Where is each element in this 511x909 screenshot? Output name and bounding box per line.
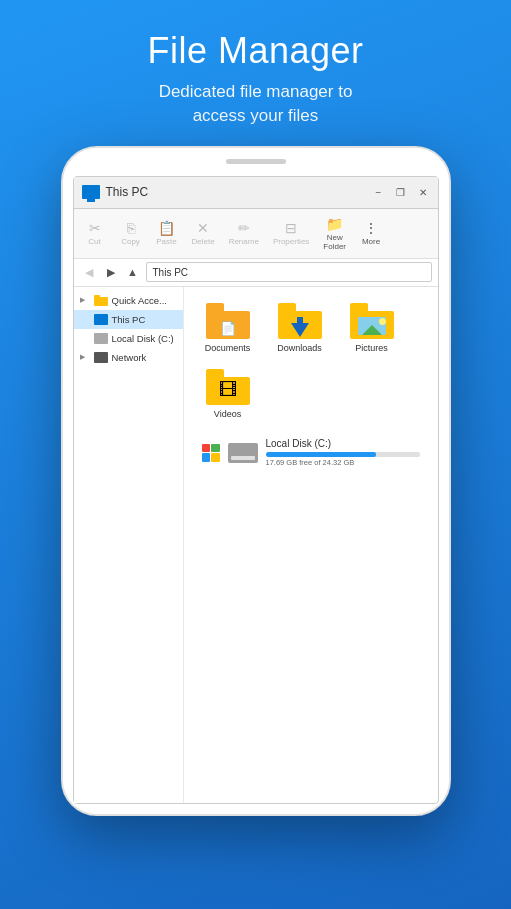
- nav-bar: ◀ ▶ ▲ This PC: [74, 259, 438, 287]
- sidebar-item-network[interactable]: ▶ Network: [74, 348, 183, 367]
- window-title: This PC: [106, 185, 366, 199]
- downloads-folder-icon: [278, 303, 322, 339]
- cut-button[interactable]: ✂ Cut: [78, 216, 112, 250]
- app-subtitle: Dedicated file manager toaccess your fil…: [147, 80, 363, 128]
- arrow-down-icon: [291, 323, 309, 337]
- list-item[interactable]: 📄 Documents: [194, 297, 262, 360]
- expand-icon: ▶: [80, 296, 90, 304]
- documents-label: Documents: [205, 343, 251, 354]
- app-title: File Manager: [147, 30, 363, 72]
- rename-label: Rename: [229, 237, 259, 246]
- address-text: This PC: [153, 267, 189, 278]
- cut-label: Cut: [88, 237, 100, 246]
- main-content: ▶ Quick Acce... This PC: [74, 287, 438, 803]
- explorer-window: This PC − ❐ ✕ ✂ Cut ⎘ Copy 📋: [73, 176, 439, 804]
- up-button[interactable]: ▲: [124, 263, 142, 281]
- paste-icon: 📋: [158, 220, 175, 236]
- more-icon: ⋮: [364, 220, 378, 236]
- windows-logo-q3: [202, 453, 211, 462]
- list-item[interactable]: Downloads: [266, 297, 334, 360]
- pictures-folder-icon: [350, 303, 394, 339]
- copy-button[interactable]: ⎘ Copy: [114, 216, 148, 250]
- drive-item[interactable]: Local Disk (C:) 17.69 GB free of 24.32 G…: [194, 432, 428, 473]
- disk-name: Local Disk (C:): [266, 438, 420, 449]
- monitor-icon: [82, 185, 100, 199]
- windows-logo-q1: [202, 444, 211, 453]
- delete-button[interactable]: ✕ Delete: [186, 216, 221, 250]
- phone-top-bar: [63, 148, 449, 176]
- disk-size-info: 17.69 GB free of 24.32 GB: [266, 458, 420, 467]
- toolbar: ✂ Cut ⎘ Copy 📋 Paste ✕ Delete ✏ Renam: [74, 209, 438, 259]
- close-button[interactable]: ✕: [416, 185, 430, 199]
- phone-frame: This PC − ❐ ✕ ✂ Cut ⎘ Copy 📋: [61, 146, 451, 816]
- copy-icon: ⎘: [127, 220, 135, 236]
- delete-icon: ✕: [197, 220, 209, 236]
- minimize-button[interactable]: −: [372, 185, 386, 199]
- sidebar-item-local-disk[interactable]: Local Disk (C:): [74, 329, 183, 348]
- disk-icon-area: [202, 444, 220, 462]
- pc-icon: [94, 314, 108, 325]
- rename-icon: ✏: [238, 220, 250, 236]
- rename-button[interactable]: ✏ Rename: [223, 216, 265, 250]
- copy-label: Copy: [121, 237, 140, 246]
- more-button[interactable]: ⋮ More: [354, 216, 388, 250]
- forward-button[interactable]: ▶: [102, 263, 120, 281]
- videos-folder-icon: 🎞: [206, 369, 250, 405]
- disk-drive-graphic: [228, 443, 258, 463]
- windows-logo-q2: [211, 444, 220, 453]
- sidebar-label-network: Network: [112, 352, 147, 363]
- address-bar[interactable]: This PC: [146, 262, 432, 282]
- downloads-label: Downloads: [277, 343, 322, 354]
- sidebar-label-quick-access: Quick Acce...: [112, 295, 167, 306]
- new-folder-button[interactable]: 📁 NewFolder: [317, 212, 352, 255]
- paste-label: Paste: [156, 237, 176, 246]
- new-folder-icon: 📁: [326, 216, 343, 232]
- restore-button[interactable]: ❐: [394, 185, 408, 199]
- video-icon-overlay: 🎞: [219, 380, 237, 401]
- title-bar-controls: − ❐ ✕: [372, 185, 430, 199]
- phone-inner: This PC − ❐ ✕ ✂ Cut ⎘ Copy 📋: [63, 148, 449, 814]
- phone-speaker: [226, 159, 286, 164]
- documents-icon-overlay: 📄: [220, 321, 236, 336]
- sidebar: ▶ Quick Acce... This PC: [74, 287, 184, 803]
- properties-button[interactable]: ⊟ Properties: [267, 216, 315, 250]
- file-area: 📄 Documents Downlo: [184, 287, 438, 803]
- folder-icon: [94, 295, 108, 306]
- title-bar: This PC − ❐ ✕: [74, 177, 438, 209]
- cut-icon: ✂: [89, 220, 101, 236]
- disk-icon: [94, 333, 108, 344]
- windows-logo: [202, 444, 220, 462]
- delete-label: Delete: [192, 237, 215, 246]
- back-button[interactable]: ◀: [80, 263, 98, 281]
- documents-folder-icon: 📄: [206, 303, 250, 339]
- sidebar-label-local-disk: Local Disk (C:): [112, 333, 174, 344]
- new-folder-label: NewFolder: [323, 233, 346, 251]
- properties-icon: ⊟: [285, 220, 297, 236]
- network-icon: [94, 352, 108, 363]
- sidebar-item-quick-access[interactable]: ▶ Quick Acce...: [74, 291, 183, 310]
- more-label: More: [362, 237, 380, 246]
- header-section: File Manager Dedicated file manager toac…: [127, 0, 383, 146]
- sidebar-label-this-pc: This PC: [112, 314, 146, 325]
- properties-label: Properties: [273, 237, 309, 246]
- videos-label: Videos: [214, 409, 241, 420]
- list-item[interactable]: Pictures: [338, 297, 406, 360]
- windows-logo-q4: [211, 453, 220, 462]
- mountain-icon: [362, 325, 382, 335]
- file-grid: 📄 Documents Downlo: [194, 297, 428, 427]
- sidebar-item-this-pc[interactable]: This PC: [74, 310, 183, 329]
- disk-progress-bar: [266, 452, 420, 457]
- sun-icon: [379, 318, 386, 325]
- list-item[interactable]: 🎞 Videos: [194, 363, 262, 426]
- pictures-label: Pictures: [355, 343, 388, 354]
- expand-icon-network: ▶: [80, 353, 90, 361]
- disk-info: Local Disk (C:) 17.69 GB free of 24.32 G…: [266, 438, 420, 467]
- paste-button[interactable]: 📋 Paste: [150, 216, 184, 250]
- disk-progress-fill: [266, 452, 377, 457]
